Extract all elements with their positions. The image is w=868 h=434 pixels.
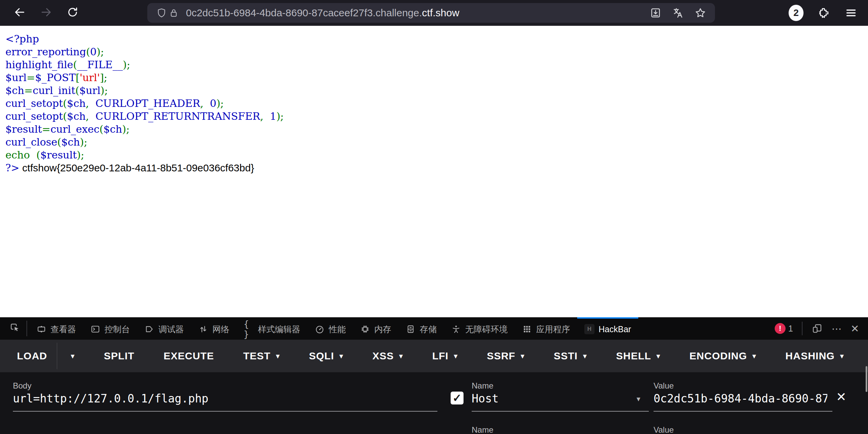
code-token: ,: [86, 97, 96, 109]
hackbar-menu-load[interactable]: LOAD▾: [17, 343, 75, 369]
lock-icon[interactable]: [168, 7, 180, 19]
hackbar-menu-split[interactable]: SPLIT: [104, 350, 134, 362]
code-token: );: [80, 136, 88, 148]
tab-memory[interactable]: 内存: [353, 317, 398, 340]
tab-label: 内存: [374, 324, 391, 335]
tab-label: HackBar: [599, 324, 631, 334]
extensions-puzzle-icon[interactable]: [817, 6, 831, 20]
hackbar-menu-lfi[interactable]: LFI▾: [432, 350, 458, 362]
tab-console[interactable]: 控制台: [83, 317, 137, 340]
header-value-input[interactable]: 0c2dc51b-6984-4bda-8690-87: [654, 392, 827, 405]
code-token: curl_exec: [51, 123, 99, 135]
translate-icon[interactable]: [672, 6, 684, 19]
hackbar-menu-hashing[interactable]: HASHING▾: [786, 350, 844, 362]
hackbar-menu-ssrf[interactable]: SSRF▾: [487, 350, 525, 362]
header-enabled-checkbox[interactable]: ✓: [451, 392, 464, 404]
code-token: );: [216, 97, 224, 109]
tab-network[interactable]: 网络: [191, 317, 237, 340]
body-label: Body: [13, 381, 32, 391]
code-token: 0: [90, 46, 96, 58]
code-line: highlight_file(__FILE__);: [5, 58, 868, 71]
tab-performance[interactable]: 性能: [307, 317, 353, 340]
menu-label: SPLIT: [104, 350, 134, 362]
code-token: $result: [5, 123, 42, 135]
url-text: 0c2dc51b-6984-4bda-8690-87caceef27f3.cha…: [186, 7, 459, 19]
code-token: curl_init: [33, 84, 75, 96]
element-picker-button[interactable]: [5, 317, 24, 340]
code-token: CURLOPT_HEADER: [95, 97, 200, 109]
bookmark-star-icon[interactable]: [694, 6, 707, 19]
tab-accessibility[interactable]: 无障碍环境: [444, 317, 515, 340]
menu-label: SSTI: [554, 350, 578, 362]
dropdown-caret-icon: ▾: [657, 352, 660, 360]
dropdown-caret-icon: ▾: [840, 352, 844, 360]
code-token: [19, 162, 22, 173]
header-value-label: Value: [654, 381, 674, 391]
tab-storage[interactable]: 存储: [398, 317, 444, 340]
code-token: ?>: [5, 162, 19, 174]
dropdown-caret-icon: ▾: [583, 352, 587, 360]
hackbar-menu-shell[interactable]: SHELL▾: [616, 350, 660, 362]
code-token: (: [57, 136, 61, 148]
tab-style-editor[interactable]: { }样式编辑器: [237, 317, 307, 340]
code-line: error_reporting(0);: [5, 45, 868, 58]
forward-button[interactable]: [37, 3, 56, 22]
menu-hamburger-icon[interactable]: [844, 6, 858, 20]
url-bar[interactable]: 0c2dc51b-6984-4bda-8690-87caceef27f3.cha…: [147, 3, 715, 23]
code-token: $ch: [103, 123, 122, 135]
delete-header-button[interactable]: ✕: [836, 390, 846, 404]
code-token: $url: [5, 72, 26, 83]
person-icon: [451, 324, 461, 334]
devtools-menu-icon[interactable]: ⋯: [832, 323, 842, 335]
code-token: $ch: [61, 136, 80, 148]
hackbar-menu-execute[interactable]: EXECUTE: [164, 350, 214, 362]
tab-label: 性能: [329, 324, 346, 335]
tab-debugger[interactable]: 调试器: [137, 317, 191, 340]
chip-icon: [360, 324, 370, 334]
menu-label: ENCODING: [690, 350, 747, 362]
name-select-caret-icon[interactable]: ▾: [637, 395, 640, 403]
header-name-select[interactable]: Host: [472, 392, 628, 405]
responsive-mode-icon[interactable]: [811, 323, 823, 334]
code-token: <?php: [5, 33, 39, 45]
code-token: ];: [100, 72, 107, 83]
menu-label: TEST: [243, 350, 271, 362]
panel-scrollbar[interactable]: [866, 366, 867, 392]
body-input[interactable]: url=http://127.0.0.1/flag.php: [13, 392, 434, 405]
devtools-close-icon[interactable]: ✕: [851, 323, 859, 335]
code-token: 1: [270, 110, 276, 122]
tab-inspector[interactable]: 查看器: [29, 317, 83, 340]
code-token: ,: [200, 97, 210, 109]
dropdown-caret-icon: ▾: [753, 352, 756, 360]
back-button[interactable]: [10, 3, 29, 22]
error-badge-icon: !: [775, 323, 786, 334]
save-page-icon[interactable]: [649, 6, 662, 19]
browser-toolbar: 0c2dc51b-6984-4bda-8690-87caceef27f3.cha…: [0, 0, 868, 26]
reload-button[interactable]: [63, 3, 82, 22]
hackbar-menu-ssti[interactable]: SSTI▾: [554, 350, 587, 362]
dropdown-caret-icon: ▾: [340, 352, 343, 360]
row2-name-label: Name: [472, 425, 493, 434]
console-error-indicator[interactable]: ! 1: [775, 323, 793, 334]
code-token: echo: [5, 149, 36, 161]
hackbar-menu-xss[interactable]: XSS▾: [373, 350, 403, 362]
tab-hackbar[interactable]: HHackBar: [577, 317, 638, 340]
header-name-label: Name: [472, 381, 493, 391]
code-token: (: [63, 97, 67, 109]
code-token: __FILE__: [77, 59, 123, 71]
menu-label: LFI: [432, 350, 449, 362]
dropdown-caret-icon: ▾: [399, 352, 403, 360]
shield-icon[interactable]: [155, 7, 168, 19]
tab-label: 样式编辑器: [258, 324, 300, 335]
tab-application[interactable]: 应用程序: [515, 317, 577, 340]
hackbar-menu-sqli[interactable]: SQLI▾: [309, 350, 343, 362]
code-token: =: [26, 72, 35, 83]
hackbar-menu-test[interactable]: TEST▾: [243, 350, 280, 362]
reload-icon: [67, 6, 79, 20]
code-token: 'url': [80, 72, 100, 83]
code-token: $_POST: [35, 72, 75, 83]
hackbar-menu-encoding[interactable]: ENCODING▾: [690, 350, 756, 362]
extension-badge[interactable]: 2: [789, 5, 804, 21]
dropdown-caret-icon: ▾: [276, 352, 280, 360]
forward-icon: [40, 6, 52, 20]
